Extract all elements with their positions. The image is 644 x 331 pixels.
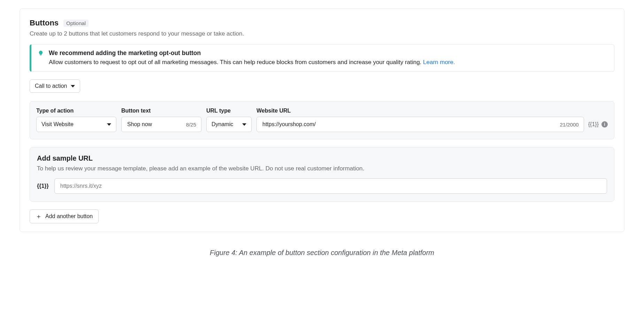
figure-caption: Figure 4: An example of button section c…	[20, 249, 624, 257]
buttons-section-card: Buttons Optional Create up to 2 buttons …	[20, 8, 624, 232]
button-text-field: Button text 8/25	[121, 108, 201, 132]
sample-title: Add sample URL	[37, 154, 607, 162]
type-of-action-field: Type of action Visit Website	[36, 108, 116, 132]
website-url-label: Website URL	[256, 108, 584, 114]
url-type-field: URL type Dynamic	[206, 108, 252, 132]
add-another-button[interactable]: ＋ Add another button	[30, 209, 99, 223]
button-text-counter: 8/25	[183, 122, 196, 128]
website-url-counter: 21/2000	[556, 122, 578, 128]
website-url-input-wrap: 21/2000	[256, 117, 584, 132]
sample-url-panel: Add sample URL To help us review your me…	[30, 147, 614, 202]
section-title: Buttons	[30, 18, 59, 28]
chevron-down-icon	[107, 123, 111, 126]
sample-variable-label: {{1}}	[37, 183, 49, 189]
button-category-select[interactable]: Call to action	[30, 79, 80, 93]
tip-title: We recommend adding the marketing opt-ou…	[49, 49, 608, 57]
sample-url-input[interactable]	[60, 183, 602, 190]
tip-body: Allow customers to request to opt out of…	[49, 59, 608, 66]
type-of-action-value: Visit Website	[41, 121, 74, 128]
website-url-input[interactable]	[262, 121, 556, 128]
learn-more-link[interactable]: Learn more.	[423, 59, 455, 66]
type-of-action-select[interactable]: Visit Website	[36, 117, 116, 132]
button-text-input[interactable]	[127, 121, 183, 128]
plus-icon: ＋	[36, 213, 42, 220]
section-header: Buttons Optional	[30, 18, 614, 28]
recommendation-banner: We recommend adding the marketing opt-ou…	[30, 44, 614, 72]
type-of-action-label: Type of action	[36, 108, 116, 114]
button-config-panel: Type of action Visit Website Button text…	[30, 101, 614, 139]
button-text-label: Button text	[121, 108, 201, 114]
url-variable-suffix: {{1}}	[588, 121, 599, 128]
section-description: Create up to 2 buttons that let customer…	[30, 30, 614, 37]
button-category-label: Call to action	[35, 83, 67, 89]
button-text-input-wrap: 8/25	[121, 117, 201, 132]
sample-url-input-wrap	[54, 178, 607, 194]
url-type-select[interactable]: Dynamic	[206, 117, 252, 132]
add-another-button-label: Add another button	[45, 213, 93, 220]
lightbulb-icon	[38, 50, 44, 58]
tip-body-text: Allow customers to request to opt out of…	[49, 59, 423, 66]
website-url-field: Website URL 21/2000 {{1}} i	[256, 108, 608, 132]
url-type-label: URL type	[206, 108, 252, 114]
info-icon[interactable]: i	[601, 121, 608, 128]
optional-badge: Optional	[63, 20, 89, 27]
url-type-value: Dynamic	[212, 121, 233, 128]
chevron-down-icon	[242, 123, 246, 126]
sample-description: To help us review your message template,…	[37, 165, 607, 172]
chevron-down-icon	[71, 85, 75, 87]
